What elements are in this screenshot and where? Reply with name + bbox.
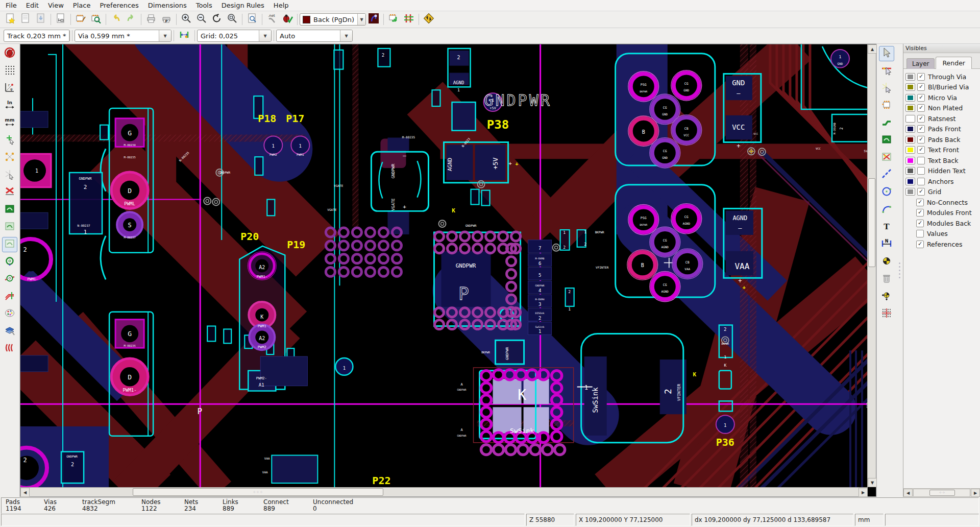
new-board-button[interactable] xyxy=(3,12,18,27)
add-circle-button[interactable] xyxy=(879,185,894,200)
menu-edit[interactable]: Edit xyxy=(21,1,43,10)
mode-track-button[interactable] xyxy=(401,12,416,27)
visibility-checkbox[interactable] xyxy=(917,157,925,164)
color-swatch[interactable] xyxy=(905,125,915,133)
color-swatch[interactable] xyxy=(905,115,915,123)
visibility-checkbox[interactable]: ✓ xyxy=(917,136,925,143)
find-button[interactable] xyxy=(244,12,260,27)
visibility-checkbox[interactable]: ✓ xyxy=(916,209,924,217)
color-swatch[interactable] xyxy=(905,157,915,164)
module-viewer-button[interactable] xyxy=(88,12,104,27)
grid-origin-button[interactable] xyxy=(879,306,894,322)
menu-file[interactable]: File xyxy=(1,1,21,10)
zoom-out-button[interactable] xyxy=(194,12,209,27)
color-swatch[interactable] xyxy=(905,178,915,185)
canvas-vertical-scrollbar[interactable]: ▲ ▼ xyxy=(867,44,876,487)
zones-outline-button[interactable] xyxy=(2,237,17,252)
add-dimension-button[interactable]: N xyxy=(879,237,894,252)
vscroll-thumb[interactable] xyxy=(868,178,875,267)
visibility-checkbox[interactable]: ✓ xyxy=(917,115,925,123)
units-mm-button[interactable]: mm xyxy=(2,115,17,131)
menu-help[interactable]: Help xyxy=(269,1,293,10)
add-target-button[interactable] xyxy=(879,254,894,270)
visibility-checkbox[interactable]: ✓ xyxy=(917,188,925,196)
scroll-left-icon[interactable]: ◀ xyxy=(903,489,913,497)
pcb-drawing[interactable]: GNDPWRP38P18P17P20P19P22P36KKGNDPWRPGNDP… xyxy=(20,44,867,487)
visibility-checkbox[interactable]: ✓ xyxy=(917,73,925,81)
add-arc-button[interactable] xyxy=(879,202,894,218)
chevron-down-icon[interactable]: ▼ xyxy=(159,30,171,41)
zoom-fit-button[interactable] xyxy=(225,12,240,27)
add-zone-button[interactable] xyxy=(879,133,894,148)
scroll-up-icon[interactable]: ▲ xyxy=(868,44,877,54)
color-swatch[interactable] xyxy=(905,167,915,175)
plot-button[interactable]: P xyxy=(159,12,174,27)
color-swatch[interactable] xyxy=(905,188,915,196)
cursor-shape-button[interactable] xyxy=(2,133,17,148)
units-inch-button[interactable]: In xyxy=(2,98,17,113)
chevron-down-icon[interactable]: ▼ xyxy=(69,30,70,41)
autodel-tracks-button[interactable] xyxy=(2,185,17,200)
color-swatch[interactable] xyxy=(905,136,915,143)
zoom-in-button[interactable] xyxy=(179,12,194,27)
color-swatch[interactable] xyxy=(905,104,915,112)
scroll-right-icon[interactable]: ▶ xyxy=(859,488,868,497)
menu-design-rules[interactable]: Design Rules xyxy=(217,1,269,10)
zoom-select[interactable]: Auto ▼ xyxy=(276,30,353,42)
add-text-button[interactable]: T xyxy=(879,220,894,235)
module-editor-button[interactable] xyxy=(73,12,88,27)
scroll-right-icon[interactable]: ▶ xyxy=(971,489,980,497)
pads-sketch-button[interactable] xyxy=(2,254,17,270)
visibility-checkbox[interactable] xyxy=(917,167,925,175)
add-keepout-button[interactable] xyxy=(879,150,894,165)
visibility-checkbox[interactable]: ✓ xyxy=(917,146,925,154)
ratsnest-module-button[interactable] xyxy=(2,167,17,183)
visibility-checkbox[interactable]: ✓ xyxy=(916,220,924,227)
undo-button[interactable] xyxy=(108,12,124,27)
select-arrow-button[interactable] xyxy=(879,46,894,61)
panel-horizontal-scrollbar[interactable]: ◀ ⁘⁘ ▶ xyxy=(903,488,980,497)
delete-items-button[interactable] xyxy=(879,272,894,287)
board-canvas[interactable]: GNDPWRP38P18P17P20P19P22P36KKGNDPWRPGNDP… xyxy=(20,44,876,497)
open-board-button[interactable] xyxy=(18,12,33,27)
color-swatch[interactable] xyxy=(905,146,915,154)
menu-preferences[interactable]: Preferences xyxy=(95,1,143,10)
highlight-net-button[interactable] xyxy=(879,63,894,79)
chevron-down-icon[interactable]: ▼ xyxy=(357,14,365,25)
visibility-checkbox[interactable] xyxy=(917,178,925,185)
layer-select[interactable]: Back (PgDn)▼ xyxy=(300,13,366,26)
chevron-down-icon[interactable]: ▼ xyxy=(259,30,271,41)
save-board-button[interactable] xyxy=(33,12,48,27)
tab-render[interactable]: Render xyxy=(936,57,972,69)
local-ratsnest-button[interactable] xyxy=(879,81,894,96)
zoom-redraw-button[interactable] xyxy=(209,12,225,27)
freeroute-button[interactable] xyxy=(421,12,436,27)
visibility-checkbox[interactable]: ✓ xyxy=(916,199,924,206)
via-size-select[interactable]: Via 0,599 mm * ▼ xyxy=(75,30,172,42)
microwave-button[interactable] xyxy=(2,341,17,356)
visibility-checkbox[interactable] xyxy=(916,230,924,237)
auto-track-width-button[interactable] xyxy=(176,29,192,43)
track-width-select[interactable]: Track 0,203 mm * ▼ xyxy=(4,30,70,42)
add-graphic-line-button[interactable] xyxy=(879,167,894,183)
visibility-checkbox[interactable]: ✓ xyxy=(917,94,925,102)
menu-dimensions[interactable]: Dimensions xyxy=(143,1,191,10)
drc-button[interactable] xyxy=(280,12,295,27)
vias-sketch-button[interactable] xyxy=(2,272,17,287)
drill-origin-button[interactable] xyxy=(879,289,894,304)
netlist-button[interactable]: .net xyxy=(264,12,280,27)
menu-view[interactable]: View xyxy=(43,1,68,10)
grid-select[interactable]: Grid: 0,025 ▼ xyxy=(197,30,272,42)
visibility-checkbox[interactable]: ✓ xyxy=(917,83,925,91)
ratsnest-general-button[interactable] xyxy=(2,150,17,165)
menu-place[interactable]: Place xyxy=(68,1,95,10)
canvas-horizontal-scrollbar[interactable]: ◀ ⁘⁘⁘ ▶ xyxy=(20,487,868,496)
mode-footprint-button[interactable] xyxy=(386,12,401,27)
tab-layer[interactable]: Layer xyxy=(906,58,935,69)
page-settings-button[interactable] xyxy=(53,12,68,27)
panel-splitter[interactable] xyxy=(896,44,903,497)
add-track-button[interactable] xyxy=(879,115,894,131)
tracks-sketch-button[interactable] xyxy=(2,289,17,304)
zones-filled-button[interactable] xyxy=(2,202,17,218)
chevron-down-icon[interactable]: ▼ xyxy=(340,30,352,41)
